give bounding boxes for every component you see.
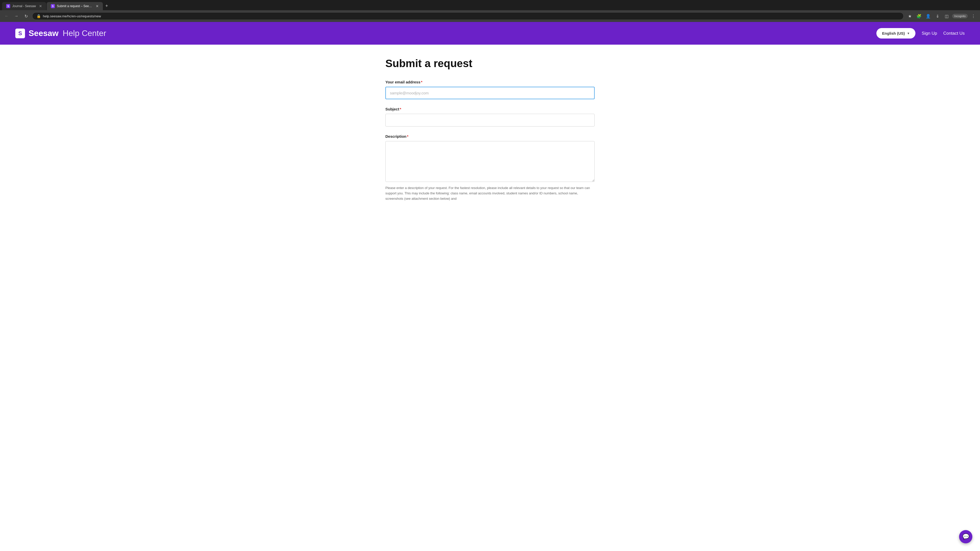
site-header: S Seesaw Help Center English (US) ▼ Sign… — [0, 22, 980, 44]
subject-label: Subject* — [385, 107, 595, 111]
description-label: Description* — [385, 134, 595, 138]
incognito-badge: Incognito — [952, 14, 968, 18]
back-button[interactable]: ← — [3, 13, 10, 20]
subject-required-star: * — [400, 107, 401, 111]
browser-tabs: S Journal - Seesaw ✕ S Submit a request … — [0, 0, 980, 10]
logo-help-text: Help Center — [62, 29, 106, 38]
new-tab-button[interactable]: + — [103, 2, 110, 10]
email-form-group: Your email address* — [385, 80, 595, 99]
extensions-button[interactable]: 🧩 — [915, 13, 923, 20]
subject-input[interactable] — [385, 114, 595, 127]
website: S Seesaw Help Center English (US) ▼ Sign… — [0, 22, 980, 234]
tab-journal[interactable]: S Journal - Seesaw ✕ — [2, 2, 46, 10]
logo-seesaw-text: Seesaw — [29, 29, 59, 38]
browser-actions: ★ 🧩 👤 ⇓ ◫ Incognito ⋮ — [906, 13, 977, 20]
tab-favicon-journal: S — [6, 4, 10, 8]
menu-button[interactable]: ⋮ — [970, 13, 977, 20]
browser-chrome: S Journal - Seesaw ✕ S Submit a request … — [0, 0, 980, 22]
description-form-group: Description* Please enter a description … — [385, 134, 595, 201]
description-hint: Please enter a description of your reque… — [385, 186, 595, 201]
email-required-star: * — [421, 80, 422, 84]
split-view-button[interactable]: ◫ — [943, 13, 950, 20]
chevron-down-icon: ▼ — [907, 32, 910, 35]
browser-toolbar: ← → ↻ 🔒 help.seesaw.me/hc/en-us/requests… — [0, 10, 980, 22]
site-logo: S Seesaw Help Center — [15, 29, 106, 38]
email-label: Your email address* — [385, 80, 595, 84]
address-url: help.seesaw.me/hc/en-us/requests/new — [43, 14, 899, 18]
language-selector[interactable]: English (US) ▼ — [877, 28, 915, 38]
tab-title-submit: Submit a request – Seesaw Hel... — [57, 4, 93, 8]
refresh-button[interactable]: ↻ — [22, 13, 30, 20]
email-input[interactable] — [385, 87, 595, 99]
tab-favicon-submit: S — [51, 4, 55, 8]
description-required-star: * — [407, 134, 409, 138]
language-label: English (US) — [882, 31, 905, 35]
profile-button[interactable]: 👤 — [924, 13, 932, 20]
logo-s-letter: S — [18, 30, 22, 37]
tab-close-journal[interactable]: ✕ — [39, 4, 42, 8]
description-textarea[interactable] — [385, 141, 595, 182]
chat-widget[interactable]: 💬 — [959, 530, 972, 543]
tab-close-submit[interactable]: ✕ — [96, 4, 99, 8]
tab-submit-request[interactable]: S Submit a request – Seesaw Hel... ✕ — [47, 2, 103, 10]
logo-container: S Seesaw Help Center — [15, 29, 106, 38]
bookmark-button[interactable]: ★ — [906, 13, 913, 20]
address-bar[interactable]: 🔒 help.seesaw.me/hc/en-us/requests/new — [32, 12, 904, 20]
download-button[interactable]: ⇓ — [934, 13, 941, 20]
page-title: Submit a request — [385, 57, 595, 70]
subject-form-group: Subject* — [385, 107, 595, 127]
logo-s-icon: S — [15, 29, 25, 38]
tab-title-journal: Journal - Seesaw — [12, 4, 36, 8]
contact-us-link[interactable]: Contact Us — [943, 31, 965, 36]
header-nav: English (US) ▼ Sign Up Contact Us — [877, 28, 965, 38]
sign-up-link[interactable]: Sign Up — [921, 31, 937, 36]
chat-icon: 💬 — [963, 534, 969, 540]
main-content: Submit a request Your email address* Sub… — [375, 44, 605, 234]
forward-button[interactable]: → — [13, 13, 20, 20]
